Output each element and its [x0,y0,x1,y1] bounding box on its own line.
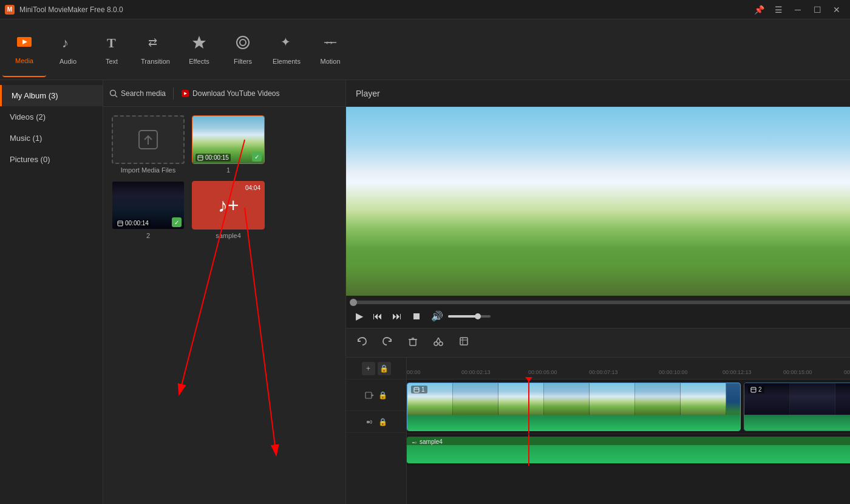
sidebar-item-videos[interactable]: Videos (2) [0,106,103,128]
volume-slider[interactable] [448,315,491,318]
app-title: MiniTool MovieMaker Free 8.0.0 [19,5,123,14]
skip-forward-btn[interactable]: ⏭ [390,310,404,323]
player-project-row: Player Export ▶ ⏮ [346,80,850,328]
effects-label: Effects [189,58,209,65]
redo-btn[interactable] [379,333,396,353]
frame-thumb [544,383,590,417]
music-note-icon: ♪ [218,194,228,217]
toolbar-filters[interactable]: Filters [221,22,265,77]
clip1-item[interactable]: 00:00:15 ✓ 1 [192,115,265,174]
frame-thumb [635,383,681,417]
frame-thumb [498,383,544,417]
timeline-body: + 🔒 🔒 🔒 00:00 [346,358,850,504]
crop-btn[interactable] [455,333,472,353]
import-thumb[interactable] [112,115,185,164]
sidebar-videos-label: Videos (2) [10,112,46,121]
text-label: Text [106,58,118,65]
clip1-thumb[interactable]: 00:00:15 ✓ [192,115,265,164]
sample4-thumb[interactable]: ♪ 04:04 + [192,181,265,230]
sidebar-item-my-album[interactable]: My Album (3) [0,85,103,106]
svg-line-27 [436,338,438,342]
skip-back-btn[interactable]: ⏮ [370,310,385,323]
clip2-check: ✓ [172,217,182,227]
timeline-ruler: 00:00 00:00:02:13 00:00:05:00 00:00:07:1… [407,358,850,380]
menu-btn[interactable]: ☰ [770,4,787,16]
frame-thumb2 [790,383,835,417]
playhead[interactable] [528,380,529,434]
frame-thumb [590,383,635,417]
undo-btn[interactable] [353,333,370,353]
stop-btn[interactable]: ⏹ [409,310,424,323]
clip2-item[interactable]: 00:00:14 ✓ 2 [112,181,185,239]
svg-rect-37 [414,387,419,392]
toolbar-elements[interactable]: ✦ Elements [265,22,308,77]
toolbar-media[interactable]: Media [2,22,46,77]
sample4-label: sample4 [216,232,241,239]
video-clip-1[interactable]: 1 [407,383,741,431]
titlebar: M MiniTool MovieMaker Free 8.0.0 📌 ☰ ─ ☐… [0,0,850,19]
svg-line-12 [115,95,118,97]
audio-icon: ♪ [59,34,76,55]
video-clip-2[interactable]: 2 [744,383,850,431]
audio-label-text: sample4 [420,438,443,445]
media-toolbar: Search media Download YouTube Videos [103,80,345,107]
progress-bar[interactable] [353,301,850,304]
svg-rect-19 [118,221,123,226]
player-panel: Player Export ▶ ⏮ [346,80,850,328]
download-youtube-btn[interactable]: Download YouTube Videos [181,89,279,98]
progress-handle[interactable] [350,299,357,306]
toolbar-effects[interactable]: Effects [177,22,221,77]
volume-btn[interactable]: 🔊 [429,309,446,323]
sidebar-my-album-label: My Album (3) [12,91,58,100]
audio-track-header: 🔒 [346,411,406,433]
import-media-item[interactable]: Import Media Files [112,115,185,174]
sidebar: My Album (3) Videos (2) Music (1) Pictur… [0,80,103,504]
player-buttons: ▶ ⏮ ⏭ ⏹ 🔊 00:00:00:00 [353,309,850,323]
search-media-btn[interactable]: Search media [109,89,166,98]
svg-text:♪: ♪ [62,35,69,50]
toolbar-text[interactable]: T Text [90,22,134,77]
pin-btn[interactable]: 📌 [750,4,767,16]
video-track-lock-btn[interactable]: 🔒 [378,391,387,400]
toolbar-motion[interactable]: ↔ Motion [308,22,352,77]
transition-icon: ⇄ [147,34,164,55]
audio-track-lock-btn[interactable]: 🔒 [378,418,387,426]
download-label: Download YouTube Videos [192,89,279,98]
toolbar-audio[interactable]: ♪ Audio [46,22,90,77]
video-track-header: 🔒 [346,380,406,411]
sample4-add-badge[interactable]: + [228,194,239,217]
maximize-btn[interactable]: ☐ [809,4,826,16]
text-icon: T [103,34,120,55]
effects-icon [191,34,208,55]
svg-point-7 [240,39,246,46]
add-audio-track-btn[interactable]: 🔒 [378,362,391,375]
add-video-track-btn[interactable]: + [362,362,375,375]
volume-control: 🔊 [429,309,491,323]
import-label: Import Media Files [121,166,175,174]
ruler-tick-4: 00:00:10:00 [659,369,688,375]
audio-clip-sample4[interactable]: sample4 [407,437,850,463]
timeline-tracks-area[interactable]: 00:00 00:00:02:13 00:00:05:00 00:00:07:1… [407,358,850,504]
toolbar-transition[interactable]: ⇄ Transition [134,22,177,77]
media-divider [173,87,174,100]
volume-fill [448,315,478,318]
sidebar-item-pictures[interactable]: Pictures (0) [0,149,103,170]
media-grid: Import Media Files 00:00:15 ✓ 1 [103,107,345,248]
svg-rect-22 [410,339,416,346]
volume-handle[interactable] [475,313,481,319]
media-panel: Search media Download YouTube Videos Imp… [103,80,346,504]
motion-label: Motion [320,58,340,65]
svg-marker-5 [192,36,206,49]
svg-rect-29 [460,338,467,345]
sample4-item[interactable]: ♪ 04:04 + sample4 [192,181,265,239]
window-controls: 📌 ☰ ─ ☐ ✕ [750,4,845,16]
playhead-audio [528,434,529,466]
cut-btn[interactable] [430,333,447,353]
clip1-duration: 00:00:15 [195,154,231,162]
clip2-thumb[interactable]: 00:00:14 ✓ [112,181,185,230]
minimize-btn[interactable]: ─ [789,4,806,16]
play-btn[interactable]: ▶ [353,309,365,323]
close-btn[interactable]: ✕ [828,4,845,16]
delete-btn[interactable] [404,333,421,353]
sidebar-item-music[interactable]: Music (1) [0,128,103,149]
